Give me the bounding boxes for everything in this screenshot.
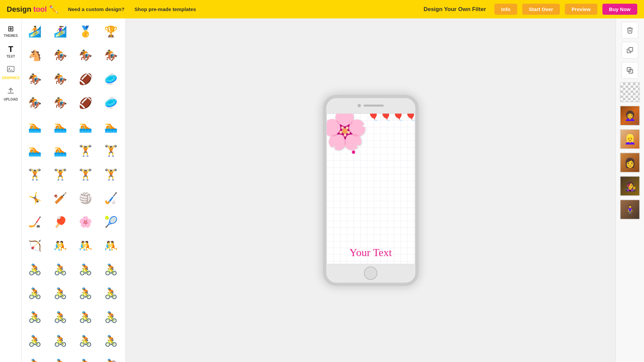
buy-now-button[interactable]: Buy Now bbox=[602, 4, 637, 15]
emoji-cell-2[interactable]: 🥇 bbox=[74, 20, 97, 43]
phone-camera-dot bbox=[358, 104, 361, 107]
emoji-cell-1[interactable]: 🏄‍♀️ bbox=[49, 20, 72, 43]
emoji-cell-26[interactable]: 🏋️ bbox=[74, 163, 97, 186]
emoji-cell-57[interactable]: 🚴 bbox=[49, 353, 72, 362]
emoji-cell-52[interactable]: 🚴 bbox=[23, 329, 46, 352]
emoji-cell-56[interactable]: 🚴 bbox=[23, 353, 46, 362]
emoji-cell-6[interactable]: 🏇 bbox=[74, 44, 97, 67]
start-over-button[interactable]: Start Over bbox=[522, 4, 560, 15]
emoji-cell-59[interactable]: 🚵 bbox=[100, 353, 122, 362]
sidebar-item-upload[interactable]: UPLOAD bbox=[0, 84, 21, 104]
emoji-cell-36[interactable]: 🏹 bbox=[23, 234, 46, 257]
custom-design-link[interactable]: Need a custom design? bbox=[68, 6, 124, 12]
emoji-cell-51[interactable]: 🚴 bbox=[100, 306, 122, 328]
emoji-cell-18[interactable]: 🏊 bbox=[74, 115, 97, 138]
emoji-cell-34[interactable]: 🌸 bbox=[74, 210, 97, 233]
emoji-cell-19[interactable]: 🏊 bbox=[100, 115, 122, 138]
emoji-cell-4[interactable]: 🐴 bbox=[23, 44, 46, 67]
header-tagline: Design Your Own Filter bbox=[424, 6, 486, 13]
thumb-icon-2: 👱‍♀️ bbox=[624, 134, 636, 145]
header: Designtool ✏️ Need a custom design? Shop… bbox=[0, 0, 644, 18]
emoji-cell-14[interactable]: 🏈 bbox=[74, 92, 97, 114]
thumb-icon-1: 👩‍🦱 bbox=[624, 110, 636, 121]
svg-rect-0 bbox=[7, 66, 14, 72]
thumbnail-5[interactable]: 🧍‍♀️ bbox=[620, 199, 640, 220]
thumbnail-1[interactable]: 👩‍🦱 bbox=[620, 106, 640, 126]
emoji-cell-5[interactable]: 🏇 bbox=[49, 44, 72, 67]
emoji-cell-12[interactable]: 🏇 bbox=[23, 92, 46, 114]
emoji-cell-7[interactable]: 🏇 bbox=[100, 44, 122, 67]
emoji-cell-37[interactable]: 🤼 bbox=[49, 234, 72, 257]
emoji-cell-20[interactable]: 🏊 bbox=[23, 139, 46, 162]
emoji-cell-49[interactable]: 🚴 bbox=[49, 306, 72, 328]
upload-label: UPLOAD bbox=[4, 98, 18, 101]
thumbnail-3[interactable]: 👩 bbox=[620, 153, 640, 173]
thumbnail-2[interactable]: 👱‍♀️ bbox=[620, 129, 640, 149]
emoji-cell-35[interactable]: 🎾 bbox=[100, 210, 122, 233]
emoji-cell-33[interactable]: 🏓 bbox=[49, 210, 72, 233]
emoji-grid: 🏄🏄‍♀️🥇🏆🐴🏇🏇🏇🏇🏇🏈🥏🏇🏇🏈🥏🏊🏊🏊🏊🏊🏊🏋️🏋️🏋️🏋️🏋️🏋️🤸🏏🏐… bbox=[23, 20, 124, 362]
emoji-cell-39[interactable]: 🤼 bbox=[100, 234, 122, 257]
emoji-cell-28[interactable]: 🤸 bbox=[23, 187, 46, 209]
emoji-cell-30[interactable]: 🏐 bbox=[74, 187, 97, 209]
layer-down-button[interactable] bbox=[622, 62, 638, 79]
transparent-button[interactable] bbox=[620, 82, 640, 102]
sidebar-item-text[interactable]: T TEXT bbox=[0, 42, 21, 61]
emoji-cell-8[interactable]: 🏇 bbox=[23, 68, 46, 90]
emoji-cell-16[interactable]: 🏊 bbox=[23, 115, 46, 138]
graphics-panel: 🏄🏄‍♀️🥇🏆🐴🏇🏇🏇🏇🏇🏈🥏🏇🏇🏈🥏🏊🏊🏊🏊🏊🏊🏋️🏋️🏋️🏋️🏋️🏋️🤸🏏🏐… bbox=[22, 18, 126, 362]
themes-label: THEMES bbox=[4, 34, 18, 38]
logo-sub: tool bbox=[33, 5, 47, 14]
phone-screen[interactable]: 🌸 🎈🎈🎈🎈 Your Text bbox=[326, 113, 415, 264]
emoji-cell-31[interactable]: 🏑 bbox=[100, 187, 122, 209]
themes-icon: ⊞ bbox=[8, 24, 14, 33]
emoji-cell-44[interactable]: 🚴 bbox=[23, 282, 46, 305]
layer-up-button[interactable] bbox=[622, 42, 638, 59]
emoji-cell-48[interactable]: 🚴 bbox=[23, 306, 46, 328]
phone-mockup: 🌸 🎈🎈🎈🎈 Your Text bbox=[323, 95, 419, 286]
emoji-cell-54[interactable]: 🚴 bbox=[74, 329, 97, 352]
emoji-cell-32[interactable]: 🏒 bbox=[23, 210, 46, 233]
emoji-cell-23[interactable]: 🏋️ bbox=[100, 139, 122, 162]
emoji-cell-22[interactable]: 🏋️ bbox=[74, 139, 97, 162]
canvas-area[interactable]: 🌸 🎈🎈🎈🎈 Your Text bbox=[126, 18, 615, 362]
sidebar-item-themes[interactable]: ⊞ THEMES bbox=[0, 22, 21, 40]
emoji-cell-55[interactable]: 🚴 bbox=[100, 329, 122, 352]
flower-decoration: 🌸 bbox=[326, 113, 368, 152]
emoji-cell-29[interactable]: 🏏 bbox=[49, 187, 72, 209]
emoji-cell-58[interactable]: 🚴 bbox=[74, 353, 97, 362]
emoji-cell-0[interactable]: 🏄 bbox=[23, 20, 46, 43]
emoji-cell-15[interactable]: 🥏 bbox=[100, 92, 122, 114]
emoji-cell-9[interactable]: 🏇 bbox=[49, 68, 72, 90]
emoji-cell-38[interactable]: 🤼 bbox=[74, 234, 97, 257]
pre-made-templates-link[interactable]: Shop pre-made templates bbox=[135, 6, 196, 12]
emoji-cell-27[interactable]: 🏋️ bbox=[100, 163, 122, 186]
preview-button[interactable]: Preview bbox=[565, 4, 597, 15]
emoji-cell-40[interactable]: 🚴 bbox=[23, 258, 46, 281]
emoji-cell-42[interactable]: 🚴 bbox=[74, 258, 97, 281]
balloon-decoration: 🎈🎈🎈🎈 bbox=[368, 113, 415, 121]
emoji-cell-45[interactable]: 🚴 bbox=[49, 282, 72, 305]
phone-top-bar bbox=[326, 98, 415, 113]
emoji-cell-47[interactable]: 🚴 bbox=[100, 282, 122, 305]
delete-button[interactable] bbox=[622, 22, 638, 39]
emoji-cell-3[interactable]: 🏆 bbox=[100, 20, 122, 43]
info-button[interactable]: Info bbox=[494, 4, 517, 15]
emoji-cell-11[interactable]: 🥏 bbox=[100, 68, 122, 90]
emoji-cell-25[interactable]: 🏋️ bbox=[49, 163, 72, 186]
emoji-cell-50[interactable]: 🚴 bbox=[74, 306, 97, 328]
text-label: TEXT bbox=[6, 55, 15, 58]
emoji-cell-46[interactable]: 🚴 bbox=[74, 282, 97, 305]
sidebar-item-graphics[interactable]: GRAPHICS bbox=[0, 63, 21, 82]
logo: Designtool ✏️ bbox=[7, 5, 58, 14]
emoji-cell-10[interactable]: 🏈 bbox=[74, 68, 97, 90]
emoji-cell-13[interactable]: 🏇 bbox=[49, 92, 72, 114]
thumb-icon-3: 👩 bbox=[624, 157, 636, 168]
thumbnail-4[interactable]: 👩‍🎤 bbox=[620, 176, 640, 196]
emoji-cell-41[interactable]: 🚴 bbox=[49, 258, 72, 281]
emoji-cell-17[interactable]: 🏊 bbox=[49, 115, 72, 138]
emoji-cell-43[interactable]: 🚴 bbox=[100, 258, 122, 281]
emoji-cell-24[interactable]: 🏋️ bbox=[23, 163, 46, 186]
emoji-cell-53[interactable]: 🚴 bbox=[49, 329, 72, 352]
emoji-cell-21[interactable]: 🏊 bbox=[49, 139, 72, 162]
